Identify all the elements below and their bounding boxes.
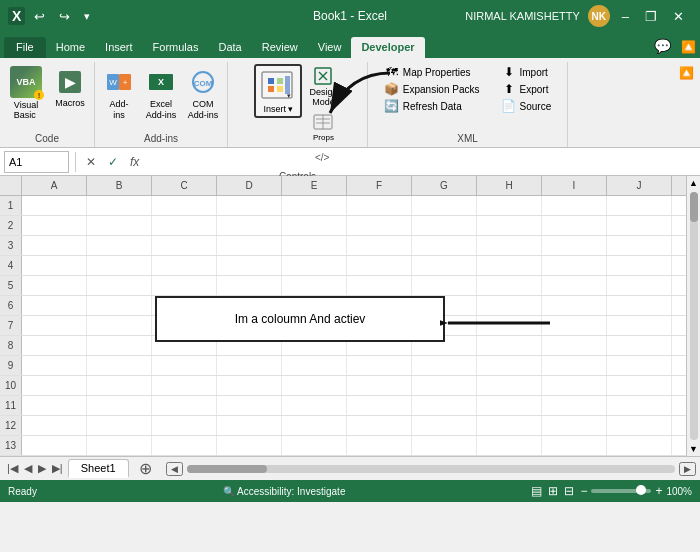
minimize-button[interactable]: – [614, 0, 637, 32]
ribbon-toggle-icon[interactable]: 🔼 [677, 40, 700, 54]
sheet-nav-first[interactable]: |◀ [4, 462, 21, 475]
cancel-button[interactable]: ✕ [82, 153, 100, 171]
col-header-G[interactable]: G [412, 176, 477, 195]
redo-button[interactable]: ↪ [54, 7, 75, 26]
restore-button[interactable]: ❐ [637, 0, 665, 32]
h-scroll-area: ◀ ▶ [162, 462, 700, 476]
formula-input[interactable] [147, 156, 696, 168]
excel-add-ins-button[interactable]: X ExcelAdd-ins [141, 64, 181, 123]
cell-F1[interactable] [347, 196, 412, 215]
design-mode-button[interactable]: DesignMode [306, 64, 340, 108]
row-num-4: 4 [0, 256, 22, 275]
row-num-11: 11 [0, 396, 22, 415]
map-properties-button[interactable]: 🗺 Map Properties [380, 64, 484, 80]
col-header-B[interactable]: B [87, 176, 152, 195]
scroll-down-button[interactable]: ▼ [687, 442, 700, 456]
v-scroll-thumb[interactable] [690, 192, 698, 222]
col-header-I[interactable]: I [542, 176, 607, 195]
add-ins-button[interactable]: W + Add-ins [99, 64, 139, 123]
cell-A2[interactable] [22, 216, 87, 235]
cell-J1[interactable] [607, 196, 672, 215]
view-code-button[interactable]: </> [309, 145, 337, 169]
cell-H1[interactable] [477, 196, 542, 215]
cell-F2[interactable] [347, 216, 412, 235]
expansion-packs-button[interactable]: 📦 Expansion Packs [380, 81, 484, 97]
import-button[interactable]: ⬇ Import [497, 64, 556, 80]
source-button[interactable]: 📄 Source [497, 98, 556, 114]
add-sheet-button[interactable]: ⊕ [133, 459, 158, 478]
v-scroll-track [690, 192, 698, 440]
page-break-button[interactable]: ⊟ [564, 484, 574, 498]
cell-E2[interactable] [282, 216, 347, 235]
macros-button[interactable]: ▶ Macros [50, 64, 90, 110]
cell-C2[interactable] [152, 216, 217, 235]
cell-I2[interactable] [542, 216, 607, 235]
scroll-right-button[interactable]: ▶ [679, 462, 696, 476]
col-header-E[interactable]: E [282, 176, 347, 195]
zoom-in-button[interactable]: + [655, 484, 662, 498]
tab-file[interactable]: File [4, 37, 46, 58]
confirm-button[interactable]: ✓ [104, 153, 122, 171]
cell-C1[interactable] [152, 196, 217, 215]
cell-D1[interactable] [217, 196, 282, 215]
cell-J2[interactable] [607, 216, 672, 235]
cell-G1[interactable] [412, 196, 477, 215]
cell-B1[interactable] [87, 196, 152, 215]
scroll-left-button[interactable]: ◀ [166, 462, 183, 476]
col-header-D[interactable]: D [217, 176, 282, 195]
zoom-out-button[interactable]: − [580, 484, 587, 498]
cell-B2[interactable] [87, 216, 152, 235]
vertical-scrollbar[interactable]: ▲ ▼ [686, 176, 700, 456]
page-layout-button[interactable]: ⊞ [548, 484, 558, 498]
excel-icon: X [8, 7, 25, 25]
collapse-icon[interactable]: 🔼 [679, 66, 694, 80]
zoom-slider[interactable] [591, 489, 651, 493]
cell-G2[interactable] [412, 216, 477, 235]
title-bar-left: X ↩ ↪ ▾ [8, 7, 95, 26]
ribbon: VBA ! VisualBasic ▶ Macros Code [0, 58, 700, 148]
scroll-up-button[interactable]: ▲ [687, 176, 700, 190]
sheet-tab-sheet1[interactable]: Sheet1 [68, 459, 129, 478]
table-row: 9 [0, 356, 700, 376]
accessibility-status[interactable]: 🔍 Accessibility: Investigate [223, 486, 346, 497]
quick-access-dropdown[interactable]: ▾ [79, 8, 95, 25]
tab-review[interactable]: Review [252, 37, 308, 58]
export-button[interactable]: ⬆ Export [497, 81, 556, 97]
cell-E1[interactable] [282, 196, 347, 215]
col-header-H[interactable]: H [477, 176, 542, 195]
sheet-nav-prev[interactable]: ◀ [21, 462, 35, 475]
cell-H2[interactable] [477, 216, 542, 235]
sheet-nav-last[interactable]: ▶| [49, 462, 66, 475]
sheet-nav-next[interactable]: ▶ [35, 462, 49, 475]
tab-view[interactable]: View [308, 37, 352, 58]
col-header-F[interactable]: F [347, 176, 412, 195]
visual-basic-button[interactable]: VBA ! VisualBasic [4, 64, 48, 122]
properties-label: Props [313, 133, 334, 142]
cell-D2[interactable] [217, 216, 282, 235]
h-scroll-thumb[interactable] [187, 465, 267, 473]
cell-I1[interactable] [542, 196, 607, 215]
undo-button[interactable]: ↩ [29, 7, 50, 26]
normal-view-button[interactable]: ▤ [531, 484, 542, 498]
comment-icon[interactable]: 💬 [648, 38, 677, 54]
svg-text:X: X [158, 77, 164, 87]
tab-developer[interactable]: Developer [351, 37, 424, 58]
properties-button[interactable]: Props [309, 110, 337, 143]
title-bar: X ↩ ↪ ▾ Book1 - Excel NIRMAL KAMISHETTY … [0, 0, 700, 32]
excel-add-ins-label: ExcelAdd-ins [146, 99, 177, 121]
source-label: Source [520, 101, 552, 112]
com-add-ins-button[interactable]: COM COMAdd-ins [183, 64, 223, 123]
tab-insert[interactable]: Insert [95, 37, 143, 58]
col-header-J[interactable]: J [607, 176, 672, 195]
tab-data[interactable]: Data [208, 37, 251, 58]
source-icon: 📄 [501, 99, 517, 113]
insert-button[interactable]: ▾ Insert ▾ [260, 68, 296, 114]
refresh-data-button[interactable]: 🔄 Refresh Data [380, 98, 484, 114]
tab-home[interactable]: Home [46, 37, 95, 58]
tab-formulas[interactable]: Formulas [143, 37, 209, 58]
col-header-C[interactable]: C [152, 176, 217, 195]
cell-A1[interactable] [22, 196, 87, 215]
close-button[interactable]: ✕ [665, 0, 692, 32]
col-header-A[interactable]: A [22, 176, 87, 195]
name-box[interactable]: A1 [4, 151, 69, 173]
